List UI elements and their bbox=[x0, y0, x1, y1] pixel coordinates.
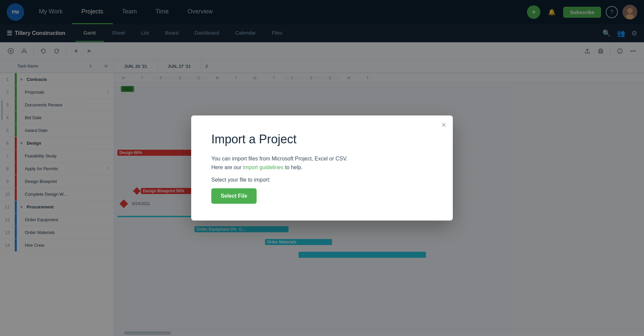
modal-overlay[interactable]: × Import a Project You can import files … bbox=[0, 0, 644, 336]
modal-title: Import a Project bbox=[211, 132, 433, 146]
modal-close-button[interactable]: × bbox=[441, 121, 446, 129]
import-guidelines-link[interactable]: import guidelines bbox=[243, 164, 283, 170]
modal-description: You can import files from Microsoft Proj… bbox=[211, 154, 433, 172]
import-modal: × Import a Project You can import files … bbox=[191, 115, 453, 221]
select-file-button[interactable]: Select File bbox=[211, 188, 257, 204]
modal-select-label: Select your file to import: bbox=[211, 177, 433, 183]
